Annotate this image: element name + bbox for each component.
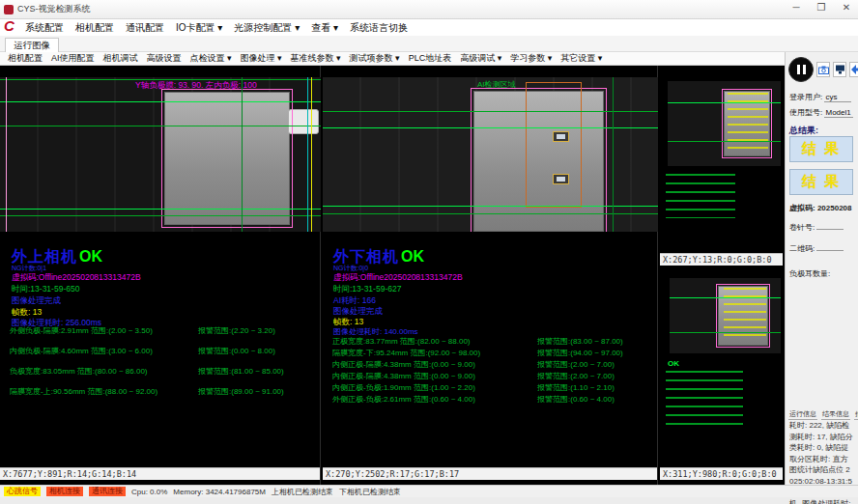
winding-pin-row: 卷针号: <box>789 222 855 233</box>
tool-spot-check[interactable]: 点检设置 ▾ <box>190 52 232 65</box>
upper-camera-status: 上相机已检测结束 <box>272 487 333 497</box>
camera-icon[interactable] <box>816 62 830 77</box>
tool-plc-address[interactable]: PLC地址表 <box>409 52 452 65</box>
toolbar: 相机配置 AI使用配置 相机调试 高级设置 点检设置 ▾ 图像处理 ▾ 基准线参… <box>0 52 785 66</box>
lower-camera-panel[interactable]: AI检测区域 外下相机OK NG计数:0|0 虚拟码:Offline202502… <box>323 66 658 485</box>
measurement-value: 外侧正极-负极:2.61mm 范围:(0.60 ~ 4.00) <box>332 395 475 404</box>
lower-camera-thumbnail[interactable] <box>670 278 781 353</box>
menu-view[interactable]: 查看 ▾ <box>311 21 338 35</box>
alarm-range: 报警范围:(0.00 ~ 8.00) <box>198 346 275 356</box>
tab-run-info[interactable]: 运行信息 <box>788 409 817 420</box>
edge-line-left <box>6 77 7 232</box>
tool-other-settings[interactable]: 其它设置 ▾ <box>560 52 602 65</box>
thumbnail-result-text <box>666 371 743 427</box>
menu-comm-config[interactable]: 通讯配置 <box>126 21 164 35</box>
thumbnail-ok-label: OK <box>668 359 679 368</box>
main-view: Y轴负极膜: 93. 90. 左内负极: 100 外上相机OK NG计数:0|1… <box>0 66 785 485</box>
login-user-row: 登录用户: cys <box>789 92 855 102</box>
upper-camera-thumbnail[interactable] <box>668 81 781 166</box>
measurement-row: 隔膜宽度-上:90.56mm 范围:(88.00 ~ 92.00) 报警范围:(… <box>10 386 316 397</box>
menu-light-config[interactable]: 光源控制配置 ▾ <box>234 21 300 35</box>
pause-button[interactable] <box>788 57 814 82</box>
tool-advanced-debug[interactable]: 高级调试 ▾ <box>460 52 501 65</box>
comm-link-badge: 通讯连接 <box>89 487 126 496</box>
info-tab-strip: 运行信息 结果信息 报警信息 <box>788 409 855 420</box>
menu-language-switch[interactable]: 系统语言切换 <box>350 21 408 35</box>
thumbnail-result-text <box>666 174 735 218</box>
login-user-value: cys <box>824 93 851 102</box>
result-box-lower: 结 果 <box>789 169 853 195</box>
thumbnail-annotations <box>728 93 768 153</box>
menu-camera-config[interactable]: 相机配置 <box>75 21 114 35</box>
tool-image-process[interactable]: 图像处理 ▾ <box>241 52 282 65</box>
model-label: 使用型号: <box>789 108 822 117</box>
close-button[interactable]: ✕ <box>839 2 854 13</box>
camera-link-badge: 相机连接 <box>46 487 83 496</box>
measurement-value: 隔膜宽度-下:95.24mm 范围:(92.00 ~ 98.00) <box>332 349 480 357</box>
winding-pin-value[interactable] <box>816 229 844 230</box>
pixel-coordinate-bar: X:311;Y:980;R:0;G:0;B:0 <box>660 467 783 480</box>
measurement-row: 负极宽度:83.05mm 范围:(80.00 ~ 86.00) 报警范围:(81… <box>10 366 316 377</box>
measure-line <box>0 215 321 216</box>
pixel-coordinate-bar: X:267;Y:13;R:0;G:0;B:0 <box>660 253 783 266</box>
window-title: CYS-视觉检测系统 <box>17 3 91 15</box>
qrcode-value[interactable] <box>816 250 844 251</box>
login-user-label: 登录用户: <box>789 93 822 101</box>
tool-learn-params[interactable]: 学习参数 ▾ <box>510 52 552 65</box>
measurement-value: 内侧正极-隔膜:4.38mm 范围:(0.00 ~ 9.00) <box>332 360 475 369</box>
alarm-range: 报警范围:(2.00 ~ 7.00) <box>537 359 615 370</box>
roi-rect-magenta <box>161 89 293 228</box>
measure-line <box>0 101 321 102</box>
qrcode-row: 二维码: <box>789 243 855 254</box>
tool-test-params[interactable]: 测试项参数 ▾ <box>350 52 400 65</box>
tool-camera-debug[interactable]: 相机调试 <box>103 52 138 65</box>
lower-camera-image[interactable]: AI检测区域 <box>323 77 658 232</box>
ai-region-label: AI检测区域 <box>477 79 516 90</box>
time-line: 时间:13-31-59-627 <box>333 284 401 295</box>
upper-camera-image[interactable]: Y轴负极膜: 93. 90. 左内负极: 100 <box>0 77 321 232</box>
title-bar: CYS-视觉检测系统 ─ ❐ ✕ <box>0 0 858 19</box>
tab-alarm-info[interactable]: 报警信息 <box>854 409 858 420</box>
edge-line-cyan <box>307 77 308 232</box>
tool-baseline-params[interactable]: 基准线参数 ▾ <box>291 52 341 65</box>
tab-strip: 运行图像 <box>0 36 858 52</box>
menu-system-config[interactable]: 系统配置 <box>25 21 64 35</box>
brand-logo-icon: C <box>4 17 14 34</box>
measurement-value: 外侧负极-隔膜:2.91mm 范围:(2.00 ~ 3.50) <box>10 326 153 335</box>
edge-line-inner <box>613 77 614 232</box>
alarm-range: 报警范围:(89.00 ~ 91.00) <box>198 386 284 397</box>
measurement-row: 内侧正极-隔膜:4.38mm 范围:(0.00 ~ 9.00) 报警范围:(2.… <box>332 359 653 370</box>
measurement-value: 内侧正极-负极:1.90mm 范围:(1.00 ~ 2.20) <box>332 383 475 392</box>
tool-camera-config[interactable]: 相机配置 <box>8 52 43 65</box>
maximize-button[interactable]: ❐ <box>814 2 829 13</box>
minimize-button[interactable]: ─ <box>788 2 804 13</box>
barcode-line: 虚拟码:Offline2025020813313472B <box>12 272 141 284</box>
tab-result-info[interactable]: 结果信息 <box>821 409 850 420</box>
tool-advanced-settings[interactable]: 高级设置 <box>147 52 182 65</box>
measurement-value: 内侧正极-隔膜:4.38mm 范围:(0.00 ~ 9.00) <box>332 372 475 380</box>
camera-name: 外上相机 <box>12 248 77 265</box>
menu-io-config[interactable]: IO卡配置 ▾ <box>176 21 222 35</box>
pixel-coordinate-bar: X:270;Y:2502;R:17;G:17;B:17 <box>323 467 657 480</box>
virtual-code-value: 20250208 <box>817 204 852 212</box>
tool-ai-config[interactable]: AI使用配置 <box>51 52 95 65</box>
device-icon[interactable] <box>833 62 846 77</box>
anode-tab-count-label: 负极耳数量: <box>789 269 830 278</box>
memory-usage: Memory: 3424.41796875M <box>173 488 266 496</box>
control-sidebar: 登录用户: cys 使用型号: Model1 总结果: 结 果 结 果 虚拟码:… <box>785 52 858 485</box>
result-box-upper: 结 果 <box>789 136 853 162</box>
anode-tab-count-row: 负极耳数量: <box>789 268 855 279</box>
measurement-value: 内侧负极-隔膜:4.60mm 范围:(3.00 ~ 6.00) <box>10 347 153 355</box>
alarm-range: 报警范围:(81.00 ~ 85.00) <box>198 366 284 377</box>
back-arrow-icon[interactable] <box>849 62 858 77</box>
upper-camera-panel[interactable]: Y轴负极膜: 93. 90. 左内负极: 100 外上相机OK NG计数:0|1… <box>0 66 321 485</box>
tab-run-image[interactable]: 运行图像 <box>5 38 59 52</box>
process-done-line: 图像处理完成 <box>12 295 61 307</box>
measurement-row: 外侧负极-隔膜:2.91mm 范围:(2.00 ~ 3.50) 报警范围:(2.… <box>10 325 316 336</box>
time-line: 时间:13-31-59-650 <box>12 284 79 295</box>
app-icon <box>4 5 14 14</box>
heartbeat-badge: 心跳信号 <box>4 487 41 496</box>
measurement-value: 隔膜宽度-上:90.56mm 范围:(88.00 ~ 92.00) <box>10 387 157 396</box>
model-row: 使用型号: Model1 <box>789 107 855 118</box>
measure-line <box>323 206 658 207</box>
